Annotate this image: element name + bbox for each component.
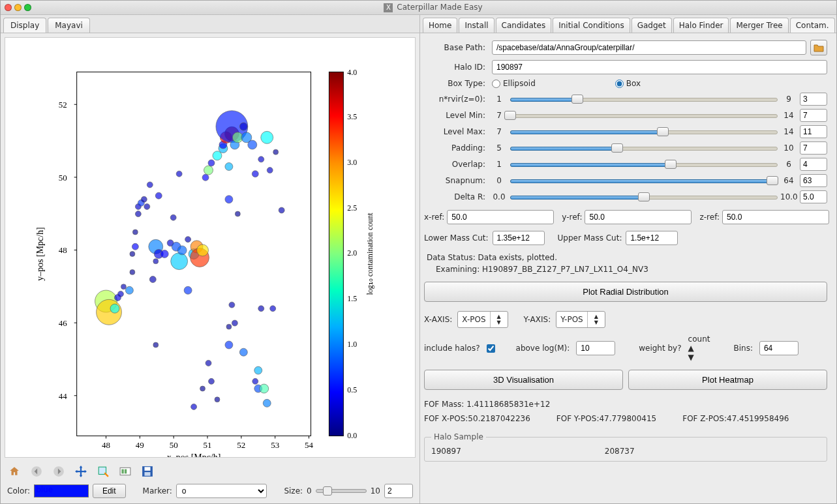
slider-5[interactable]	[510, 177, 778, 185]
yref-label: y-ref:	[562, 213, 582, 222]
plot-radial-button[interactable]: Plot Radial Distribution	[424, 282, 827, 302]
svg-point-56	[153, 342, 159, 348]
titlebar: XCaterpillar Made Easy	[1, 1, 836, 15]
slider-value-2[interactable]	[800, 125, 827, 138]
marker-select[interactable]: o	[176, 484, 267, 498]
svg-point-57	[153, 259, 159, 264]
scatter-plot: 52 50 48 46 44 48 49 50 51 52 53	[5, 38, 415, 457]
svg-point-102	[252, 171, 258, 177]
svg-text:46: 46	[59, 318, 67, 328]
svg-text:3.0: 3.0	[347, 158, 357, 167]
svg-point-111	[270, 306, 276, 312]
svg-point-67	[177, 246, 187, 255]
right-panel: HomeInstallCandidatesInitial ConditionsG…	[420, 15, 836, 503]
3d-vis-button[interactable]: 3D Visualisation	[424, 370, 623, 390]
pan-icon[interactable]	[74, 464, 88, 479]
svg-point-92	[229, 302, 235, 308]
svg-point-79	[208, 160, 215, 166]
size-slider[interactable]	[316, 489, 367, 493]
maximize-icon[interactable]	[24, 4, 31, 11]
color-label: Color:	[7, 486, 30, 496]
back-icon[interactable]	[29, 464, 44, 479]
left-panel: Display Mayavi 52 50 48 46 44	[1, 15, 420, 503]
tab-home[interactable]: Home	[423, 18, 457, 33]
xaxis-label: X-AXIS:	[424, 315, 452, 324]
halo-sample-item[interactable]: 190897	[431, 447, 461, 456]
haloid-input[interactable]	[492, 60, 827, 74]
save-icon[interactable]	[140, 464, 155, 479]
forward-icon[interactable]	[52, 464, 66, 479]
xaxis-select[interactable]: X-POS▲▼	[457, 311, 508, 328]
svg-text:54: 54	[305, 440, 313, 450]
size-label: Size:	[284, 486, 303, 496]
open-folder-icon[interactable]	[810, 40, 827, 55]
status-block: Data Status: Data exists, plotted. Exami…	[427, 252, 827, 275]
radio-box[interactable]: Box	[615, 79, 641, 88]
home-icon[interactable]	[7, 464, 22, 479]
slider-value-4[interactable]	[800, 158, 827, 171]
svg-point-108	[263, 399, 271, 407]
basepath-input[interactable]	[492, 40, 806, 55]
zoom-icon[interactable]	[96, 464, 110, 479]
chevron-up-icon: ▲	[592, 314, 601, 319]
slider-value-1[interactable]	[800, 109, 827, 122]
svg-text:1.5: 1.5	[347, 294, 357, 303]
color-swatch[interactable]: blue	[34, 484, 89, 497]
svg-point-81	[213, 151, 222, 160]
lowermass-input[interactable]	[493, 231, 545, 245]
weight-label: weight by?	[639, 344, 681, 353]
weight-select[interactable]: count▲▼	[688, 334, 710, 362]
halo-sample-item[interactable]: 208737	[605, 447, 635, 456]
plot-heatmap-button[interactable]: Plot Heatmap	[628, 370, 827, 390]
svg-point-47	[132, 243, 138, 250]
svg-point-78	[205, 360, 211, 366]
svg-point-76	[202, 174, 209, 181]
tab-install[interactable]: Install	[459, 18, 494, 33]
slider-value-0[interactable]	[800, 93, 827, 106]
tab-halo-finder[interactable]: Halo Finder	[673, 18, 729, 33]
slider-label: Overlap:	[424, 160, 488, 169]
size-value[interactable]	[384, 484, 413, 498]
edit-button[interactable]: Edit	[93, 484, 126, 498]
minimize-icon[interactable]	[14, 4, 22, 11]
svg-point-97	[239, 348, 247, 356]
svg-point-44	[125, 286, 133, 294]
tab-display[interactable]: Display	[3, 18, 46, 33]
include-halos-label: include halos?	[424, 344, 480, 353]
slider-0[interactable]	[510, 95, 778, 103]
slider-value-6[interactable]	[800, 190, 827, 203]
tab-candidates[interactable]: Candidates	[496, 18, 552, 33]
svg-text:44: 44	[59, 391, 67, 401]
slider-value-3[interactable]	[800, 141, 827, 155]
slider-label: Level Max:	[424, 127, 488, 136]
tab-contam-[interactable]: Contam.	[790, 18, 835, 33]
tab-merger-tree[interactable]: Merger Tree	[730, 18, 788, 33]
xref-input[interactable]	[447, 210, 554, 224]
slider-3[interactable]	[510, 144, 778, 152]
slider-label: Snapnum:	[424, 176, 488, 185]
yaxis-select[interactable]: Y-POS▲▼	[556, 311, 605, 328]
slider-1[interactable]	[510, 111, 778, 119]
basepath-label: Base Path:	[424, 43, 488, 52]
configure-icon[interactable]	[118, 464, 132, 479]
close-icon[interactable]	[5, 4, 12, 11]
above-logm-input[interactable]	[576, 341, 615, 355]
bins-input[interactable]	[759, 341, 799, 355]
svg-point-43	[121, 284, 126, 289]
svg-text:51: 51	[204, 440, 212, 450]
radio-ellipsoid[interactable]: Ellipsoid	[492, 79, 536, 88]
slider-6[interactable]	[510, 193, 778, 201]
svg-point-40	[110, 304, 119, 313]
tab-gadget[interactable]: Gadget	[632, 18, 672, 33]
svg-text:0.5: 0.5	[347, 385, 357, 394]
zref-input[interactable]	[722, 210, 829, 224]
yref-input[interactable]	[585, 210, 692, 224]
tab-initial-conditions[interactable]: Initial Conditions	[553, 18, 630, 33]
slider-2[interactable]	[510, 128, 778, 136]
slider-4[interactable]	[510, 160, 778, 168]
slider-value-5[interactable]	[800, 174, 827, 187]
include-halos-checkbox[interactable]	[487, 344, 495, 353]
tab-mayavi[interactable]: Mayavi	[48, 18, 90, 33]
slider-label: Delta R:	[424, 192, 488, 201]
uppermass-input[interactable]	[626, 231, 678, 245]
